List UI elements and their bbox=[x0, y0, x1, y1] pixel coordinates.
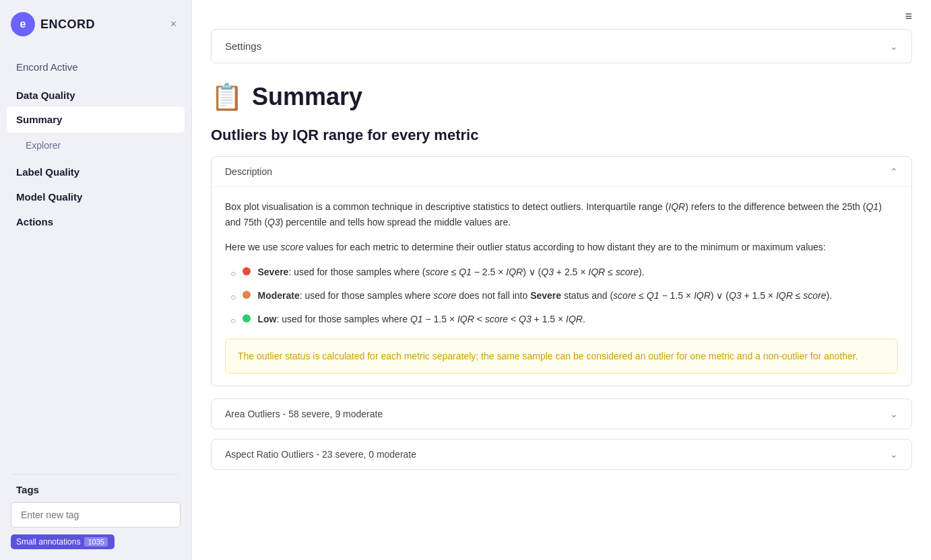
description-header[interactable]: Description ⌃ bbox=[212, 157, 911, 187]
bullet-marker-low: ○ bbox=[230, 313, 236, 328]
bullet-list: ○ Severe: used for those samples where (… bbox=[230, 265, 898, 328]
bullet-severe: ○ Severe: used for those samples where (… bbox=[230, 265, 898, 281]
warning-box: The outlier status is calculated for eac… bbox=[225, 339, 898, 374]
outlier-aspect-header[interactable]: Aspect Ratio Outliers - 23 severe, 0 mod… bbox=[212, 440, 911, 469]
description-body: Box plot visualisation is a common techn… bbox=[212, 187, 911, 386]
dot-red bbox=[243, 267, 251, 275]
sidebar-item-label-quality[interactable]: Label Quality bbox=[0, 157, 191, 182]
tag-input[interactable] bbox=[11, 502, 181, 528]
outlier-panel-aspect: Aspect Ratio Outliers - 23 severe, 0 mod… bbox=[211, 439, 912, 470]
chevron-down-icon-aspect: ⌄ bbox=[890, 449, 898, 460]
sidebar-item-model-quality[interactable]: Model Quality bbox=[0, 182, 191, 207]
sidebar-divider bbox=[13, 474, 178, 475]
dot-green bbox=[243, 314, 251, 322]
sidebar-item-encord-active[interactable]: Encord Active bbox=[0, 54, 191, 80]
sidebar-item-actions[interactable]: Actions bbox=[0, 207, 191, 232]
top-bar: ≡ bbox=[211, 0, 912, 29]
main-content: ≡ Settings ⌄ 📋 Summary Outliers by IQR r… bbox=[192, 0, 931, 560]
sidebar-nav: Encord Active Data Quality Summary Explo… bbox=[0, 48, 191, 464]
close-button[interactable]: × bbox=[168, 15, 179, 33]
page-title-area: 📋 Summary bbox=[211, 82, 912, 112]
hamburger-button[interactable]: ≡ bbox=[905, 9, 912, 24]
sidebar: e ENCORD × Encord Active Data Quality Su… bbox=[0, 0, 192, 560]
chevron-down-icon: ⌄ bbox=[890, 41, 898, 52]
sidebar-item-summary[interactable]: Summary bbox=[7, 106, 185, 133]
logo-area: e ENCORD bbox=[11, 12, 95, 36]
tags-label: Tags bbox=[11, 484, 181, 495]
sidebar-section-data-quality: Data Quality bbox=[0, 80, 191, 105]
outlier-panel-area: Area Outliers - 58 severe, 9 moderate ⌄ bbox=[211, 398, 912, 429]
bullet-low: ○ Low: used for those samples where Q1 −… bbox=[230, 312, 898, 328]
chevron-down-icon-area: ⌄ bbox=[890, 409, 898, 419]
page-title: Summary bbox=[252, 83, 362, 111]
tag-badge-count: 1035 bbox=[84, 537, 107, 547]
description-para1: Box plot visualisation is a common techn… bbox=[225, 199, 898, 230]
description-para2: Here we use score values for each metric… bbox=[225, 240, 898, 255]
sidebar-item-explorer[interactable]: Explorer bbox=[0, 134, 191, 157]
chevron-up-icon: ⌃ bbox=[890, 166, 898, 177]
settings-panel: Settings ⌄ bbox=[211, 29, 912, 63]
outlier-aspect-label: Aspect Ratio Outliers - 23 severe, 0 mod… bbox=[225, 449, 416, 460]
tag-badge[interactable]: Small annotations 1035 bbox=[11, 534, 115, 549]
bullet-marker-severe: ○ bbox=[230, 266, 236, 281]
outlier-area-label: Area Outliers - 58 severe, 9 moderate bbox=[225, 409, 383, 419]
logo-text: ENCORD bbox=[40, 18, 95, 32]
tag-badge-label: Small annotations bbox=[16, 537, 80, 547]
description-label: Description bbox=[225, 166, 272, 177]
sidebar-header: e ENCORD × bbox=[0, 0, 191, 48]
bullet-moderate: ○ Moderate: used for those samples where… bbox=[230, 288, 898, 305]
bullet-marker-moderate: ○ bbox=[230, 289, 236, 305]
description-card: Description ⌃ Box plot visualisation is … bbox=[211, 156, 912, 386]
logo-icon: e bbox=[11, 12, 35, 36]
settings-header[interactable]: Settings ⌄ bbox=[212, 30, 911, 63]
dot-orange bbox=[243, 291, 251, 299]
page-icon: 📋 bbox=[211, 82, 243, 112]
outlier-area-header[interactable]: Area Outliers - 58 severe, 9 moderate ⌄ bbox=[212, 399, 911, 429]
warning-text: The outlier status is calculated for eac… bbox=[238, 349, 885, 363]
tags-section: Tags Small annotations 1035 bbox=[0, 484, 191, 560]
section-title: Outliers by IQR range for every metric bbox=[211, 127, 912, 144]
settings-label: Settings bbox=[225, 40, 261, 52]
